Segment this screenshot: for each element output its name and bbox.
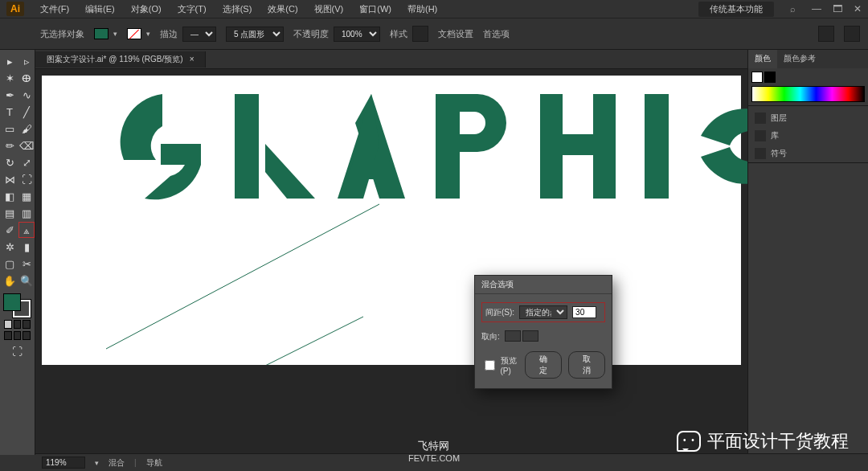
preferences-button[interactable]: 首选项: [483, 28, 510, 40]
lasso-tool[interactable]: ⴲ: [18, 70, 35, 86]
blend-options-dialog: 混合选项 间距(S): 指定的步数 取向: 预览(P): [474, 275, 612, 389]
symbols-icon: [755, 148, 766, 159]
curvature-tool[interactable]: ∿: [18, 87, 35, 103]
cancel-button[interactable]: 取消: [568, 351, 605, 379]
tab-color-guide[interactable]: 颜色参考: [777, 50, 822, 68]
selection-tool[interactable]: ▸: [2, 53, 18, 69]
document-tab[interactable]: 图案文字设计.ai* @ 119% (RGB/预览) ×: [35, 51, 206, 68]
ok-button[interactable]: 确定: [525, 351, 562, 379]
chevron-down-icon[interactable]: ▾: [113, 30, 117, 38]
orientation-row: 取向:: [481, 330, 605, 343]
workspace-switcher[interactable]: 传统基本功能: [698, 2, 774, 17]
search-icon[interactable]: ⌕: [790, 4, 796, 14]
rectangle-tool[interactable]: ▭: [2, 121, 18, 137]
column-graph-tool[interactable]: ▮: [18, 239, 35, 255]
arrange-icon[interactable]: [844, 26, 860, 42]
menu-help[interactable]: 帮助(H): [407, 3, 437, 15]
eyedropper-tool[interactable]: ✐: [2, 222, 18, 238]
opacity-label: 不透明度: [293, 28, 329, 40]
layers-icon: [755, 113, 766, 124]
magic-wand-tool[interactable]: ✶: [2, 70, 18, 86]
menu-view[interactable]: 视图(V): [314, 3, 344, 15]
align-icon[interactable]: [818, 26, 834, 42]
menu-effect[interactable]: 效果(C): [268, 3, 297, 15]
preview-check[interactable]: [481, 360, 498, 371]
toolbox: ▸ ▹ ✶ ⴲ ✒ ∿ T ╱ ▭ 🖌 ✏ ⌫ ↻ ⤢ ⋈ ⛶ ◧ ▦ ▤ ▥ …: [0, 50, 35, 455]
document-area: 图案文字设计.ai* @ 119% (RGB/预览) ×: [35, 50, 747, 455]
menu-file[interactable]: 文件(F): [40, 3, 69, 15]
svg-line-11: [106, 204, 379, 349]
stroke-label: 描边: [160, 28, 178, 40]
eraser-tool[interactable]: ⌫: [18, 137, 35, 154]
blend-paths: [42, 76, 741, 365]
preview-checkbox[interactable]: 预览(P): [481, 351, 518, 379]
width-tool[interactable]: ⋈: [2, 171, 18, 187]
color-mode-none[interactable]: [23, 320, 31, 329]
orient-align-path-icon[interactable]: [522, 330, 538, 342]
draw-behind[interactable]: [14, 331, 22, 340]
slice-tool[interactable]: ✂: [18, 256, 35, 272]
rotate-tool[interactable]: ↻: [2, 154, 18, 170]
stroke-swatch[interactable]: [127, 28, 141, 39]
artboard-tool[interactable]: ▢: [2, 256, 18, 272]
type-tool[interactable]: T: [2, 104, 18, 120]
fill-stroke-control[interactable]: [2, 293, 32, 317]
gradient-tool[interactable]: ▥: [18, 205, 35, 221]
color-mode-gradient[interactable]: [14, 320, 22, 329]
menu-edit[interactable]: 编辑(E): [85, 3, 115, 15]
hand-tool[interactable]: ✋: [2, 272, 18, 289]
status-nav[interactable]: 导航: [146, 457, 162, 469]
mesh-tool[interactable]: ▤: [2, 205, 18, 221]
menu-select[interactable]: 选择(S): [223, 3, 252, 15]
tab-color[interactable]: 颜色: [748, 50, 777, 68]
chevron-down-icon[interactable]: ▾: [95, 459, 99, 467]
perspective-tool[interactable]: ▦: [18, 188, 35, 204]
minimize-icon[interactable]: —: [812, 3, 821, 14]
status-tool: 混合: [108, 457, 125, 469]
spacing-row: 间距(S): 指定的步数: [481, 302, 605, 322]
screen-mode-tool[interactable]: ⛶: [10, 343, 26, 359]
close-icon[interactable]: ✕: [854, 3, 862, 14]
direct-selection-tool[interactable]: ▹: [18, 53, 35, 69]
menu-window[interactable]: 窗口(W): [359, 3, 391, 15]
pen-tool[interactable]: ✒: [2, 87, 18, 103]
shaper-tool[interactable]: ✏: [2, 137, 18, 154]
panel-item-symbols[interactable]: 符号: [748, 145, 868, 162]
orient-align-page-icon[interactable]: [505, 330, 521, 342]
menu-type[interactable]: 文字(T): [178, 3, 207, 15]
spacing-mode-select[interactable]: 指定的步数: [519, 305, 567, 319]
fill-color[interactable]: [3, 293, 21, 311]
maximize-icon[interactable]: 🗖: [833, 3, 842, 14]
draw-inside[interactable]: [23, 331, 31, 340]
panel-item-libs[interactable]: 库: [748, 127, 868, 145]
zoom-input[interactable]: [42, 457, 85, 469]
doc-setup-button[interactable]: 文档设置: [438, 28, 473, 40]
tab-close-icon[interactable]: ×: [190, 55, 194, 63]
draw-normal[interactable]: [4, 331, 12, 340]
style-swatch[interactable]: [412, 26, 428, 42]
dialog-title: 混合选项: [475, 276, 612, 294]
canvas[interactable]: 混合选项 间距(S): 指定的步数 取向: 预览(P): [35, 69, 747, 455]
menu-object[interactable]: 对象(O): [131, 3, 162, 15]
spectrum-strip[interactable]: [751, 86, 865, 102]
scale-tool[interactable]: ⤢: [18, 154, 35, 170]
stroke-weight-select[interactable]: —: [182, 27, 216, 42]
blend-tool[interactable]: ⟁: [18, 222, 35, 238]
fill-swatch[interactable]: [94, 28, 108, 39]
color-mode-solid[interactable]: [4, 320, 12, 329]
color-mode-row: [2, 320, 33, 329]
panel-item-layers[interactable]: 图层: [748, 109, 868, 127]
brush-select[interactable]: 5 点圆形: [226, 27, 284, 42]
spacing-steps-input[interactable]: [572, 306, 596, 318]
line-tool[interactable]: ╱: [18, 104, 35, 120]
chevron-down-icon[interactable]: ▾: [146, 30, 150, 38]
options-bar: 无选择对象 ▾ ▾ 描边 — 5 点圆形 不透明度 100% 样式 文档设置 首…: [0, 18, 868, 50]
swatch-black[interactable]: [764, 72, 776, 83]
zoom-tool[interactable]: 🔍: [18, 272, 35, 289]
opacity-select[interactable]: 100%: [334, 27, 380, 42]
free-transform-tool[interactable]: ⛶: [18, 171, 35, 187]
paintbrush-tool[interactable]: 🖌: [18, 121, 35, 137]
shape-builder-tool[interactable]: ◧: [2, 188, 18, 204]
symbol-sprayer-tool[interactable]: ✲: [2, 239, 18, 255]
swatch-white[interactable]: [751, 72, 763, 83]
